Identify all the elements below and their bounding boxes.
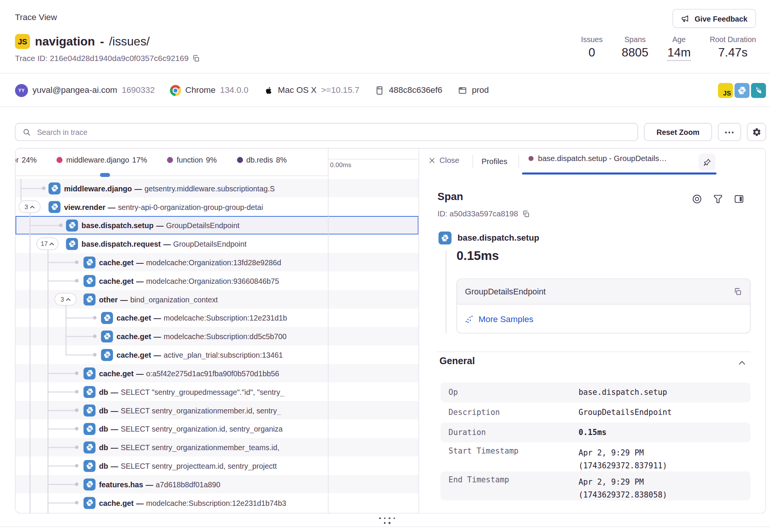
span-description: SELECT sentry_organizationmember_teams.i… bbox=[121, 443, 279, 451]
collapse-chip[interactable]: 3 bbox=[55, 293, 77, 305]
trace-tree-row[interactable]: middleware.django—getsentry.middleware.s… bbox=[16, 179, 419, 197]
general-value-line: (1743629372.838058) bbox=[579, 488, 667, 501]
more-samples-row: More Samples bbox=[457, 305, 750, 334]
legend-dot-icon bbox=[237, 157, 243, 163]
resize-handle[interactable] bbox=[379, 515, 396, 526]
legend-item-middleware-django[interactable]: middleware.django17% bbox=[57, 155, 147, 164]
span-op: features.has bbox=[99, 480, 143, 488]
general-table: Opbase.dispatch.setupDescriptionGroupDet… bbox=[440, 382, 750, 500]
tab-profiles[interactable]: Profiles bbox=[482, 157, 507, 166]
general-value-line: 0.15ms bbox=[579, 426, 607, 439]
span-op: db bbox=[99, 424, 108, 433]
trace-tree-row[interactable]: db—SELECT sentry_organization.id, sentry… bbox=[16, 419, 419, 438]
row-text: other—bind_organization_context bbox=[99, 295, 218, 303]
tab-span-details[interactable]: base.dispatch.setup - GroupDetails… bbox=[529, 154, 667, 163]
time-tick-label: 0.00ms bbox=[330, 161, 351, 169]
trace-tree-row[interactable]: cache.get—modelcache:Subscription:12e231… bbox=[16, 493, 419, 512]
focus-target-icon[interactable] bbox=[692, 194, 703, 205]
connector-dot bbox=[75, 279, 78, 282]
connector-dot bbox=[75, 427, 78, 430]
op-desc-separator: — bbox=[108, 462, 121, 470]
trace-tree-row[interactable]: cache.get—modelcache:Subscription:dd5c5b… bbox=[16, 327, 419, 346]
general-key: Op bbox=[449, 388, 579, 397]
device-id: 488c8c636ef6 bbox=[389, 86, 442, 95]
trace-tree-row[interactable]: cache.get—active_plan_trial:subscription… bbox=[16, 346, 419, 364]
browser-version: 134.0.0 bbox=[220, 86, 249, 95]
chip-count: 3 bbox=[61, 296, 64, 302]
chevron-up-icon bbox=[737, 358, 747, 368]
connector-line bbox=[47, 447, 77, 448]
more-options-button[interactable]: ⋯ bbox=[718, 123, 741, 141]
connector-line bbox=[47, 373, 77, 374]
trace-tree-row[interactable]: features.has—a7d618b8df01a890 bbox=[16, 475, 419, 494]
trace-tree-row[interactable]: 3view.render—sentry-api-0-organization-g… bbox=[16, 197, 419, 216]
span-op-name: base.dispatch.setup bbox=[457, 233, 539, 243]
copy-icon[interactable] bbox=[734, 287, 742, 296]
os-meta: Mac OS X >=10.15.7 bbox=[263, 86, 359, 95]
python-icon bbox=[49, 201, 61, 213]
collapse-chip[interactable]: 17 bbox=[36, 238, 58, 250]
funnel-icon[interactable] bbox=[712, 194, 723, 205]
settings-button[interactable] bbox=[747, 123, 766, 141]
span-description: modelcache:Subscription:12e231d1b74b3 bbox=[146, 499, 286, 507]
trace-tree-row[interactable]: db—SELECT "sentry_groupedmessage"."id", … bbox=[16, 382, 419, 401]
trace-tree-row[interactable]: cache.get—modelcache:Organization:936608… bbox=[16, 271, 419, 290]
span-op: base.dispatch.request bbox=[81, 239, 161, 248]
close-panel-button[interactable]: Close bbox=[429, 156, 459, 165]
collapse-section-button[interactable] bbox=[737, 358, 747, 368]
copy-icon[interactable] bbox=[192, 55, 200, 63]
clipped-row-indicator bbox=[100, 173, 110, 177]
op-desc-separator: — bbox=[132, 184, 144, 192]
row-text: db—SELECT sentry_projectteam.id, sentry_… bbox=[99, 462, 277, 470]
trace-tree-row[interactable]: cache.get—modelcache:Organization:13fd28… bbox=[16, 253, 419, 272]
side-panel-icon[interactable] bbox=[734, 194, 745, 205]
trace-tree-row[interactable]: cache.get—modelcache:Subscription:12e231… bbox=[16, 308, 419, 327]
trace-tree-row[interactable]: 3other—bind_organization_context bbox=[16, 290, 419, 308]
legend-item-function[interactable]: function9% bbox=[167, 155, 217, 164]
python-icon bbox=[83, 367, 95, 379]
connector-dot bbox=[75, 390, 78, 393]
python-icon bbox=[83, 478, 95, 490]
more-samples-link[interactable]: More Samples bbox=[479, 314, 534, 324]
transaction-op: navigation bbox=[35, 34, 95, 49]
legend-item-or[interactable]: or24% bbox=[15, 155, 37, 164]
connector-line bbox=[47, 502, 77, 503]
trace-stats: Issues0Spans8805Age14mRoot Duration7.47s bbox=[581, 35, 756, 61]
trace-tree-row[interactable]: db—SELECT sentry_organizationmember.id, … bbox=[16, 401, 419, 419]
stat-label: Issues bbox=[581, 35, 603, 43]
connector-dot bbox=[75, 446, 78, 449]
tab-separator bbox=[473, 155, 473, 168]
span-description: modelcache:Subscription:12e231d1b bbox=[164, 313, 287, 322]
span-op: view.render bbox=[64, 202, 105, 211]
connector-line bbox=[47, 465, 77, 466]
trace-tree-row[interactable]: 17base.dispatch.request—GroupDetailsEndp… bbox=[16, 235, 419, 253]
trace-tree-row[interactable]: cache.get—o:a5f42e275d1ac91fba90f0b570d1… bbox=[16, 364, 419, 383]
active-tab-underline bbox=[522, 172, 717, 174]
python-icon bbox=[83, 256, 95, 268]
search-input[interactable] bbox=[36, 127, 631, 137]
trace-tree-row[interactable]: db—SELECT sentry_projectteam.id, sentry_… bbox=[16, 457, 419, 475]
collapse-chip[interactable]: 3 bbox=[19, 200, 41, 213]
python-icon bbox=[49, 182, 61, 194]
legend-item-db-redis[interactable]: db.redis8% bbox=[237, 155, 287, 164]
environment-name: prod bbox=[472, 86, 489, 95]
reset-zoom-button[interactable]: Reset Zoom bbox=[644, 123, 712, 141]
copy-icon[interactable] bbox=[522, 210, 530, 218]
give-feedback-button[interactable]: Give Feedback bbox=[673, 9, 756, 28]
op-desc-separator: — bbox=[108, 406, 121, 414]
device-icon bbox=[374, 86, 384, 95]
chevron-up-icon bbox=[30, 205, 34, 208]
trace-tree-row[interactable]: base.dispatch.setup—GroupDetailsEndpoint bbox=[16, 216, 419, 235]
pin-tab-button[interactable] bbox=[698, 153, 715, 171]
span-op-row: base.dispatch.setup bbox=[438, 232, 539, 244]
chip-count: 3 bbox=[25, 203, 28, 210]
connector-line bbox=[47, 428, 77, 429]
op-desc-separator: — bbox=[151, 313, 164, 322]
waterfall-left-divider[interactable] bbox=[328, 149, 329, 513]
span-description: SELECT sentry_organizationmember.id, sen… bbox=[121, 406, 281, 414]
span-description: sentry-api-0-organization-group-group-de… bbox=[118, 202, 263, 211]
connector-dot bbox=[75, 260, 78, 264]
python-icon bbox=[83, 293, 95, 305]
trace-tree-row[interactable]: db—SELECT sentry_organizationmember_team… bbox=[16, 438, 419, 457]
megaphone-icon bbox=[681, 14, 690, 23]
